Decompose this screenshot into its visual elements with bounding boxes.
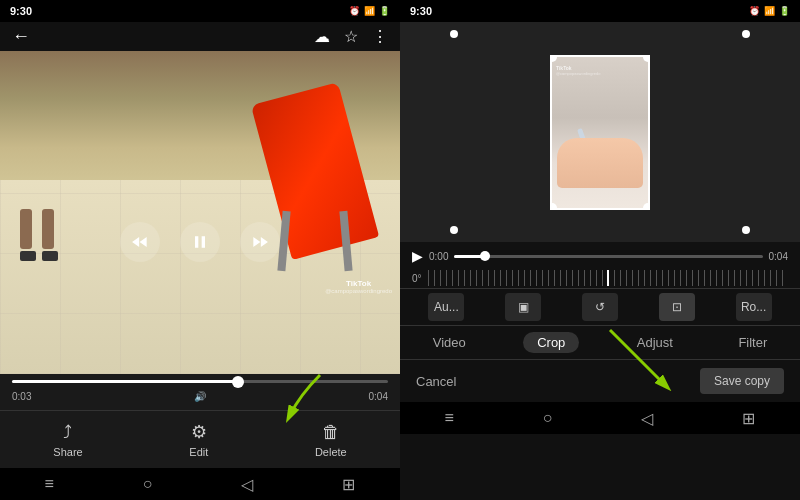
rewind-icon xyxy=(130,232,150,252)
bottom-action-row: Cancel Save copy xyxy=(400,360,800,402)
crop-handle-br[interactable] xyxy=(643,203,650,210)
edit-tools-row: Au... ▣ ↺ ⊡ Ro... xyxy=(400,288,800,325)
frame-tool-button[interactable]: ▣ xyxy=(505,293,541,321)
timeline-track-left[interactable] xyxy=(12,380,388,383)
tab-video[interactable]: Video xyxy=(425,333,474,352)
playback-controls xyxy=(0,210,400,274)
reset-tool-label: Ro... xyxy=(741,300,766,314)
time-left: 9:30 xyxy=(10,5,32,17)
rotate-tool-icon: ↺ xyxy=(595,300,605,314)
nav-apps-icon[interactable]: ⊞ xyxy=(342,475,355,494)
rotation-row: 0° xyxy=(412,268,788,288)
delete-button[interactable]: 🗑 Delete xyxy=(315,422,347,458)
nav-bar-left: ≡ ○ ◁ ⊞ xyxy=(0,468,400,500)
timeline-track-right[interactable] xyxy=(454,255,762,258)
pause-button[interactable] xyxy=(180,222,220,262)
timeline-thumb-right[interactable] xyxy=(480,251,490,261)
left-panel: 9:30 ⏰ 📶 🔋 ← ☁ ☆ ⋮ xyxy=(0,0,400,500)
save-copy-button[interactable]: Save copy xyxy=(700,368,784,394)
outer-dot-bl xyxy=(450,226,458,234)
outer-dot-tl xyxy=(450,30,458,38)
outer-dot-tr xyxy=(742,30,750,38)
share-icon: ⤴ xyxy=(63,422,72,443)
delete-icon: 🗑 xyxy=(322,422,340,443)
tiktok-watermark: TikTok @campopaswordingredo xyxy=(325,279,392,294)
current-time-left: 0:03 xyxy=(12,391,31,402)
tiktok-logo: TikTok xyxy=(346,279,371,288)
cancel-button[interactable]: Cancel xyxy=(416,374,456,389)
delete-label: Delete xyxy=(315,446,347,458)
nav-bar-right: ≡ ○ ◁ ⊞ xyxy=(400,402,800,434)
back-arrow-icon[interactable]: ← xyxy=(12,26,30,47)
tick-center-line xyxy=(607,270,609,286)
rotation-ticks[interactable] xyxy=(428,270,788,286)
outer-dot-br xyxy=(742,226,750,234)
edit-label: Edit xyxy=(189,446,208,458)
time-display-left: 0:03 🔊 0:04 xyxy=(0,389,400,404)
timeline-right: ▶ 0:00 0:04 0° xyxy=(400,242,800,288)
nav-home-icon-right[interactable]: ○ xyxy=(543,409,553,427)
timeline-thumb-left[interactable] xyxy=(232,376,244,388)
rotation-label: 0° xyxy=(412,273,422,284)
video-preview-right: TikTok @campopaswordingredo xyxy=(400,22,800,242)
nav-back-icon-right[interactable]: ◁ xyxy=(641,409,653,428)
reset-tool-button[interactable]: Ro... xyxy=(736,293,772,321)
current-time-right: 0:00 xyxy=(429,251,448,262)
total-time-left: 0:04 xyxy=(369,391,388,402)
crop-tool-button[interactable]: ⊡ xyxy=(659,293,695,321)
share-label: Share xyxy=(53,446,82,458)
nav-back-icon[interactable]: ◁ xyxy=(241,475,253,494)
tab-filter[interactable]: Filter xyxy=(730,333,775,352)
battery-icon: 🔋 xyxy=(379,6,390,16)
time-right: 9:30 xyxy=(410,5,432,17)
signal-icon-right: 📶 xyxy=(764,6,775,16)
inner-tiktok-handle: @campopaswordingredo xyxy=(556,71,601,76)
rewind-button[interactable] xyxy=(120,222,160,262)
forward-icon xyxy=(250,232,270,252)
crop-frame[interactable]: TikTok @campopaswordingredo xyxy=(550,55,650,210)
rotate-tool-button[interactable]: ↺ xyxy=(582,293,618,321)
status-icons-right: ⏰ 📶 🔋 xyxy=(749,6,790,16)
audio-tool-button[interactable]: Au... xyxy=(428,293,464,321)
star-icon[interactable]: ☆ xyxy=(344,27,358,46)
tab-adjust[interactable]: Adjust xyxy=(629,333,681,352)
tab-crop[interactable]: Crop xyxy=(523,332,579,353)
tiktok-handle: @campopaswordingredo xyxy=(325,288,392,294)
more-icon[interactable]: ⋮ xyxy=(372,27,388,46)
status-bar-right: 9:30 ⏰ 📶 🔋 xyxy=(400,0,800,22)
status-icons-left: ⏰ 📶 🔋 xyxy=(349,6,390,16)
signal-icon: 📶 xyxy=(364,6,375,16)
hand-shape xyxy=(557,138,643,188)
nav-home-icon[interactable]: ○ xyxy=(143,475,153,493)
edit-button[interactable]: ⚙ Edit xyxy=(189,421,208,458)
total-time-right: 0:04 xyxy=(769,251,788,262)
video-area-left: TikTok @campopaswordingredo xyxy=(0,51,400,374)
status-bar-left: 9:30 ⏰ 📶 🔋 xyxy=(0,0,400,22)
upload-icon[interactable]: ☁ xyxy=(314,27,330,46)
inner-video: TikTok @campopaswordingredo xyxy=(552,57,648,208)
frame-tool-icon: ▣ xyxy=(518,300,529,314)
nav-menu-icon[interactable]: ≡ xyxy=(44,475,53,493)
alarm-icon-right: ⏰ xyxy=(749,6,760,16)
forward-button[interactable] xyxy=(240,222,280,262)
crop-tool-icon: ⊡ xyxy=(672,300,682,314)
tick-bar xyxy=(428,270,788,286)
bottom-toolbar-left: ⤴ Share ⚙ Edit 🗑 Delete xyxy=(0,410,400,468)
nav-apps-icon-right[interactable]: ⊞ xyxy=(742,409,755,428)
pause-icon xyxy=(190,232,210,252)
play-button-right[interactable]: ▶ xyxy=(412,248,423,264)
right-panel: 9:30 ⏰ 📶 🔋 TikTok @campopaswordingredo xyxy=(400,0,800,500)
tab-row: Video Crop Adjust Filter xyxy=(400,325,800,360)
nav-menu-icon-right[interactable]: ≡ xyxy=(444,409,453,427)
share-button[interactable]: ⤴ Share xyxy=(53,422,82,458)
timeline-progress-left xyxy=(12,380,238,383)
playback-row-right: ▶ 0:00 0:04 xyxy=(412,248,788,264)
crop-handle-tr[interactable] xyxy=(643,55,650,62)
edit-icon: ⚙ xyxy=(191,421,207,443)
timeline-left[interactable] xyxy=(0,380,400,383)
audio-tool-label: Au... xyxy=(434,300,459,314)
volume-icon[interactable]: 🔊 xyxy=(194,391,206,402)
battery-icon-right: 🔋 xyxy=(779,6,790,16)
alarm-icon: ⏰ xyxy=(349,6,360,16)
